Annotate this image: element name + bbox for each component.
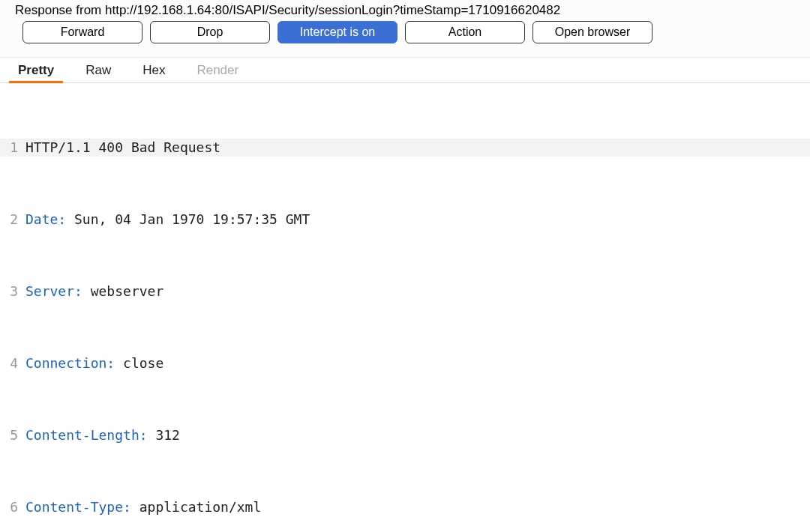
header-name-server: Server: [26,283,82,299]
code-line: 5 Content-Length: 312 [0,426,810,444]
line-number: 4 [0,354,22,372]
forward-button-label: Forward [61,25,105,39]
tab-raw[interactable]: Raw [81,58,116,82]
action-button[interactable]: Action [405,21,525,43]
view-tabs: Pretty Raw Hex Render [0,58,810,83]
code-line: 6 Content-Type: application/xml [0,498,810,516]
open-browser-button[interactable]: Open browser [532,21,652,43]
code-line: 1 HTTP/1.1 400 Bad Request [0,139,810,157]
line-number: 3 [0,282,22,300]
header-value-content-length: 312 [148,427,180,443]
response-title: Response from http://192.168.1.64:80/ISA… [15,3,560,17]
header-name-content-length: Content-Length: [26,427,148,443]
code-line: 3 Server: webserver [0,282,810,300]
http-status-line: HTTP/1.1 400 Bad Request [26,139,220,155]
header-value-content-type: application/xml [131,499,261,515]
forward-button[interactable]: Forward [22,21,142,43]
line-number: 2 [0,211,22,229]
intercept-toggle-label: Intercept is on [300,25,376,39]
tab-hex[interactable]: Hex [138,58,170,82]
tab-render-label: Render [196,63,238,77]
code-line: 2 Date: Sun, 04 Jan 1970 19:57:35 GMT [0,211,810,229]
open-browser-button-label: Open browser [555,25,631,39]
drop-button-label: Drop [197,25,224,39]
line-number: 1 [0,139,22,157]
tab-hex-label: Hex [142,63,165,77]
tab-pretty-label: Pretty [18,63,54,77]
response-code-view[interactable]: 1 HTTP/1.1 400 Bad Request 2 Date: Sun, … [0,83,810,532]
header-name-connection: Connection: [26,355,115,371]
intercept-toggle-button[interactable]: Intercept is on [278,21,398,43]
tab-render: Render [192,58,243,82]
header-value-server: webserver [82,283,164,299]
header-value-date: Sun, 04 Jan 1970 19:57:35 GMT [66,211,310,227]
drop-button[interactable]: Drop [150,21,270,43]
action-button-label: Action [448,25,482,39]
header-name-content-type: Content-Type: [26,499,131,515]
line-number: 6 [0,498,22,516]
header-name-date: Date: [26,211,66,227]
tab-pretty[interactable]: Pretty [14,58,58,82]
line-number: 5 [0,426,22,444]
tab-raw-label: Raw [86,63,111,77]
code-line: 4 Connection: close [0,354,810,372]
header-value-connection: close [115,355,164,371]
